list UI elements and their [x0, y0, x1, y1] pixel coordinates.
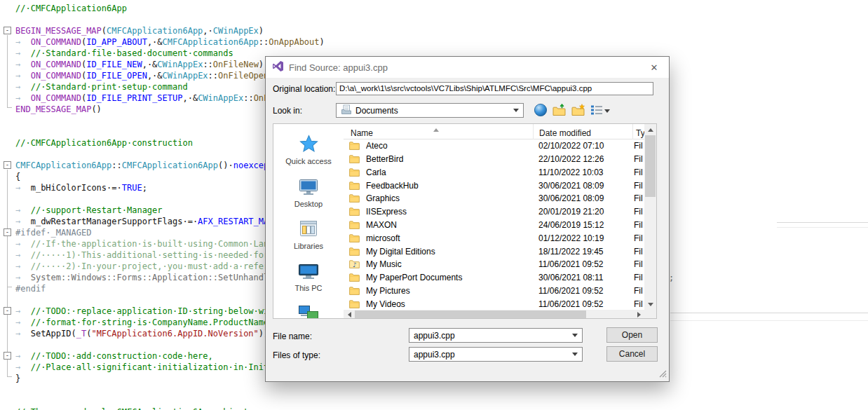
original-location-input[interactable]: D:\a\_work\1\s\src\vctools\VC7Libs\Ship\… [336, 82, 653, 95]
files-of-type-value: appui3.cpp [414, 350, 569, 360]
close-icon[interactable]: ✕ [646, 62, 663, 73]
folder-icon [349, 207, 366, 216]
code-line: → ON_COMMAND(ID_FILE_NEW,·&CWinAppEx::On… [15, 59, 264, 70]
code-token: END_MESSAGE_MAP [15, 104, 91, 114]
fold-collapse-toggle[interactable]: - [4, 27, 11, 34]
code-token: CWinAppEx [157, 60, 203, 69]
scroll-down-button[interactable] [644, 299, 656, 310]
new-folder-button[interactable] [571, 104, 585, 118]
code-token: //·support·Restart·Manager [31, 205, 163, 215]
sort-ascending-icon [433, 125, 439, 132]
chevron-down-icon [604, 109, 610, 116]
file-row[interactable]: microsoft01/12/2022 10:19Fil [344, 231, 644, 245]
file-row[interactable]: Carla11/10/2022 10:03Fil [344, 166, 644, 179]
code-line: → ON_COMMAND(ID_FILE_OPEN,·&CWinAppEx::O… [15, 70, 274, 81]
code-line: → //·Standard·file·based·document·comman… [15, 48, 233, 59]
dialog-titlebar[interactable]: Find Source: appui3.cpp ✕ [266, 57, 669, 78]
fold-collapse-toggle[interactable]: - [4, 352, 11, 360]
file-row-name: BetterBird [366, 154, 533, 164]
file-row-date: 30/06/2021 08:09 [533, 193, 630, 203]
place-desktop[interactable]: Desktop [273, 172, 344, 214]
fold-collapse-toggle[interactable]: - [4, 161, 11, 169]
file-row-date: 20/01/2019 21:20 [533, 207, 630, 217]
music-folder-icon: ♪ [349, 260, 366, 268]
place-network[interactable]: Network [273, 299, 344, 319]
fold-collapse-toggle[interactable]: - [4, 228, 11, 236]
horizontal-scrollbar[interactable] [344, 310, 644, 319]
scroll-left-button[interactable] [344, 310, 354, 319]
file-row[interactable]: ♪My Music11/06/2021 09:52Fil [344, 258, 644, 271]
file-row-name: My PaperPort Documents [366, 273, 533, 282]
column-header-date-modified[interactable]: Date modified [533, 124, 632, 139]
resize-grip[interactable] [659, 370, 667, 380]
file-row[interactable]: Graphics30/06/2021 08:09Fil [344, 192, 644, 205]
fold-collapse-toggle[interactable]: - [4, 307, 11, 315]
code-token: OnFileNew [213, 60, 259, 69]
code-token: m_bHiColorIcons·=· [31, 183, 122, 193]
file-name-input[interactable]: appui3.cpp [409, 328, 583, 343]
files-of-type-select[interactable]: appui3.cpp [409, 347, 583, 362]
code-token: #ifdef·_MANAGED [15, 228, 91, 238]
file-row[interactable]: MAXON24/06/2019 15:12Fil [344, 219, 644, 232]
place-quick-access[interactable]: Quick access [273, 130, 344, 172]
code-token: ,·& [142, 60, 158, 69]
folder-icon [349, 287, 366, 295]
code-line: → //·support·Restart·Manager [15, 205, 163, 216]
place-this-pc[interactable]: This PC [273, 257, 344, 299]
file-row[interactable]: FeedbackHub30/06/2021 08:09Fil [344, 179, 644, 192]
file-row-type: Fil [630, 168, 643, 177]
code-token: "MFCApplication6.AppID.NoVersion" [91, 329, 258, 339]
look-in-select[interactable]: Documents [336, 103, 524, 118]
code-token: CMFCApplication6App [122, 160, 218, 170]
back-button[interactable] [534, 103, 548, 119]
column-header-type[interactable]: Ty [632, 124, 644, 139]
horizontal-scrollbar-thumb[interactable] [355, 310, 586, 318]
file-row-type: Fil [630, 233, 643, 243]
original-location-label: Original location: [273, 84, 335, 94]
file-row-type: Fil [630, 141, 643, 151]
code-token: ID_FILE_OPEN [86, 71, 147, 81]
code-line: { [15, 171, 20, 182]
code-token: → [15, 306, 31, 316]
file-row-date: 11/06/2021 09:52 [533, 286, 630, 296]
place-libraries[interactable]: Libraries [273, 214, 344, 257]
window-edge-artifact [670, 320, 868, 321]
file-row[interactable]: My Pictures11/06/2021 09:52Fil [344, 284, 644, 297]
file-list-header: Name Date modified Ty [344, 124, 644, 139]
file-row[interactable]: My Videos11/06/2021 09:52Fil [344, 297, 644, 310]
scroll-right-button[interactable] [634, 310, 644, 319]
up-one-level-button[interactable] [552, 104, 567, 118]
code-token: //·Standard·file·based·document·commands [31, 48, 233, 58]
code-token: OnFileOpen [218, 71, 269, 81]
file-row-date: 01/12/2022 10:19 [533, 233, 630, 243]
code-token: ON_COMMAND [31, 60, 81, 69]
code-line: //·CMFCApplication6App [15, 3, 127, 14]
file-row[interactable]: IISExpress20/01/2019 21:20Fil [344, 205, 644, 219]
file-row-date: 22/10/2022 12:26 [533, 154, 630, 164]
file-row[interactable]: My Digital Editions18/11/2022 19:45Fil [344, 245, 644, 258]
code-token: CWinAppEx [213, 26, 259, 36]
file-row-name: IISExpress [366, 207, 533, 217]
file-row[interactable]: Ateco02/10/2022 07:10Fil [344, 139, 644, 153]
scroll-up-icon [648, 125, 653, 132]
view-menu-button[interactable] [590, 104, 610, 118]
code-token: → [15, 362, 31, 372]
code-token: ) [259, 60, 264, 69]
column-label: Ty [636, 128, 644, 138]
place-label: This PC [294, 284, 322, 292]
cancel-button[interactable]: Cancel [606, 346, 658, 362]
file-row-name: My Digital Editions [366, 247, 533, 257]
open-button[interactable]: Open [606, 327, 658, 343]
code-line: → //·Standard·print·setup·command [15, 81, 188, 93]
vertical-scrollbar[interactable] [644, 124, 656, 310]
folder-icon [349, 182, 366, 190]
file-name-label: File name: [273, 332, 312, 341]
vertical-scrollbar-thumb[interactable] [645, 135, 656, 197]
scroll-up-button[interactable] [644, 124, 656, 135]
code-token: #endif [15, 284, 46, 294]
file-row-type: Fil [630, 247, 643, 257]
file-row[interactable]: My PaperPort Documents30/06/2021 08:11Fi… [344, 271, 644, 285]
file-row[interactable]: BetterBird22/10/2022 12:26Fil [344, 153, 644, 166]
chevron-down-icon [572, 353, 578, 359]
code-line: CMFCApplication6App::CMFCApplication6App… [15, 160, 274, 171]
